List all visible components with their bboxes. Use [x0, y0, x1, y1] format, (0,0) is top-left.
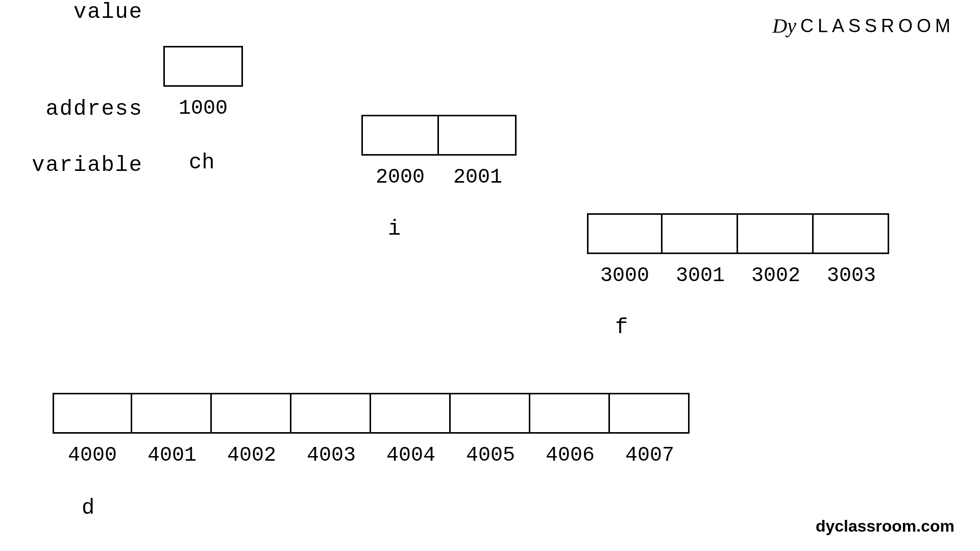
memory-cell	[439, 115, 517, 156]
memory-cell	[132, 393, 212, 434]
address-label: 4004	[371, 444, 451, 467]
memory-cell	[587, 213, 663, 254]
memory-block-d	[53, 393, 690, 434]
address-label: 4007	[610, 444, 690, 467]
memory-block-i	[361, 115, 517, 156]
address-label: 3000	[587, 264, 663, 287]
memory-block-f	[587, 213, 889, 254]
memory-cell	[371, 393, 451, 434]
brand-logo: Dy CLASSROOM	[772, 15, 954, 37]
address-label: 3003	[814, 264, 889, 287]
address-label: 3002	[738, 264, 814, 287]
logo-prefix: Dy	[772, 16, 796, 36]
address-label: 4006	[530, 444, 610, 467]
memory-cell	[530, 393, 610, 434]
address-label: 4005	[451, 444, 530, 467]
address-label: 4000	[53, 444, 132, 467]
variable-name-ch: ch	[189, 151, 214, 175]
memory-cell	[361, 115, 439, 156]
memory-cell	[663, 213, 738, 254]
memory-cell	[451, 393, 530, 434]
memory-cell	[212, 393, 291, 434]
label-variable: variable	[0, 153, 143, 178]
memory-cell	[610, 393, 690, 434]
memory-cell	[738, 213, 814, 254]
variable-name-f: f	[615, 315, 628, 340]
address-label: 4001	[132, 444, 212, 467]
memory-cell	[163, 46, 243, 87]
address-label: 4003	[291, 444, 371, 467]
address-row-d: 4000 4001 4002 4003 4004 4005 4006 4007	[53, 444, 690, 467]
address-row-f: 3000 3001 3002 3003	[587, 264, 889, 287]
address-label: 2001	[439, 166, 517, 189]
logo-word: CLASSROOM	[800, 15, 954, 37]
label-value: value	[0, 0, 143, 24]
address-label: 1000	[163, 97, 243, 120]
address-label: 4002	[212, 444, 291, 467]
memory-cell	[291, 393, 371, 434]
address-row-i: 2000 2001	[361, 166, 517, 189]
site-url: dyclassroom.com	[816, 517, 954, 536]
memory-block-ch	[163, 46, 243, 87]
memory-cell	[53, 393, 132, 434]
address-label: 3001	[663, 264, 738, 287]
memory-cell	[814, 213, 889, 254]
address-label: 2000	[361, 166, 439, 189]
address-row-ch: 1000	[163, 97, 243, 120]
variable-name-d: d	[82, 496, 94, 520]
variable-name-i: i	[388, 217, 401, 241]
label-address: address	[0, 97, 143, 121]
